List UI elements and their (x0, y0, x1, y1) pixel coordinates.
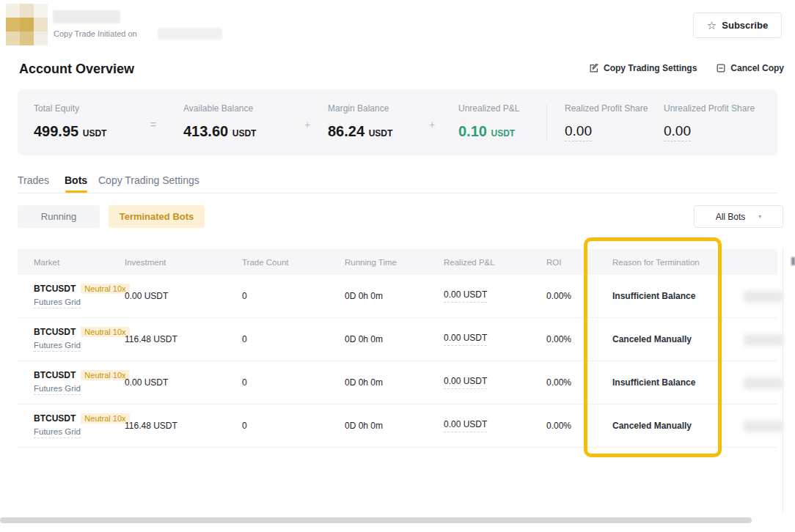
total-equity-value: 499.95 (34, 123, 78, 139)
market-cell: BTCUSDTNeutral 10x Futures Grid (34, 370, 125, 395)
unrealized-profit-share-value: 0.00 (664, 123, 691, 141)
bot-type-label: Futures Grid (34, 298, 81, 309)
realized-profit-share-value: 0.00 (565, 123, 592, 141)
market-cell: BTCUSDTNeutral 10x Futures Grid (34, 284, 125, 309)
realized-pnl-cell: 0.00 USDT (444, 333, 487, 346)
col-market: Market (34, 258, 125, 267)
star-icon: ☆ (707, 19, 717, 32)
row-action-redacted[interactable] (744, 421, 783, 432)
unrealized-profit-share-label: Unrealized Profit Share (664, 103, 755, 114)
termination-reason-cell: Canceled Manually (612, 334, 749, 344)
unrealized-pnl-value: 0.10 (458, 123, 487, 139)
table-row[interactable]: BTCUSDTNeutral 10x Futures Grid 116.48 U… (18, 318, 777, 361)
row-action-redacted[interactable] (744, 334, 783, 346)
trade-count-cell: 0 (242, 421, 345, 431)
equals-sign: = (150, 119, 156, 130)
investment-cell: 116.48 USDT (125, 421, 242, 431)
copy-trading-settings-label: Copy Trading Settings (604, 63, 697, 73)
realized-pnl-cell: 0.00 USDT (444, 289, 487, 303)
edit-icon (589, 63, 599, 73)
subscribe-button[interactable]: ☆ Subscribe (693, 12, 782, 38)
account-stats-bar: Total Equity 499.95 USDT = Available Bal… (18, 89, 777, 155)
investment-cell: 0.00 USDT (125, 377, 242, 388)
pair-label: BTCUSDT (34, 327, 76, 337)
leverage-badge: Neutral 10x (81, 284, 129, 294)
termination-reason-cell: Insufficient Balance (612, 377, 749, 388)
margin-balance-label: Margin Balance (328, 103, 389, 114)
pair-label: BTCUSDT (34, 284, 76, 294)
leverage-badge: Neutral 10x (81, 327, 129, 337)
horizontal-scrollbar[interactable] (0, 517, 752, 523)
col-running-time: Running Time (345, 258, 444, 267)
col-reason-for-termination: Reason for Termination (612, 258, 749, 267)
table-row[interactable]: BTCUSDTNeutral 10x Futures Grid 0.00 USD… (18, 361, 777, 404)
bot-filter-value: All Bots (716, 212, 746, 222)
available-balance-value: 413.60 (183, 123, 228, 139)
row-action-redacted[interactable] (744, 291, 783, 303)
unrealized-pnl-unit: USDT (491, 128, 516, 138)
bot-filter-dropdown[interactable]: All Bots ▾ (694, 205, 783, 228)
trader-avatar[interactable] (6, 4, 48, 45)
termination-reason-cell: Insufficient Balance (612, 291, 749, 301)
minus-square-icon (716, 63, 726, 73)
col-investment: Investment (125, 258, 242, 267)
total-equity-unit: USDT (83, 128, 107, 138)
tab-copy-trading-settings[interactable]: Copy Trading Settings (98, 174, 199, 186)
total-equity-label: Total Equity (34, 103, 79, 114)
tab-trades[interactable]: Trades (18, 174, 49, 186)
leverage-badge: Neutral 10x (81, 413, 129, 424)
margin-balance-unit: USDT (369, 128, 393, 138)
plus-sign: + (304, 119, 310, 130)
roi-cell: 0.00% (546, 291, 612, 301)
bot-type-label: Futures Grid (34, 341, 81, 352)
bot-type-label: Futures Grid (34, 427, 81, 438)
tabs-divider (18, 193, 777, 193)
investment-cell: 0.00 USDT (125, 291, 242, 301)
available-balance-unit: USDT (232, 128, 257, 138)
pinned-column-divider (783, 248, 783, 513)
copy-trading-page: Copy Trade Initiated on ☆ Subscribe Acco… (0, 0, 795, 532)
chevron-down-icon: ▾ (758, 213, 761, 220)
pair-label: BTCUSDT (34, 370, 76, 380)
trade-count-cell: 0 (242, 334, 345, 344)
table-header: Market Investment Trade Count Running Ti… (18, 249, 777, 275)
page-title: Account Overview (19, 62, 134, 77)
table-row[interactable]: BTCUSDTNeutral 10x Futures Grid 116.48 U… (18, 404, 777, 448)
roi-cell: 0.00% (546, 421, 612, 431)
stats-divider (546, 104, 547, 141)
filter-running-button[interactable]: Running (18, 205, 100, 228)
subscribe-label: Subscribe (722, 20, 768, 31)
pair-label: BTCUSDT (34, 413, 76, 424)
running-time-cell: 0D 0h 0m (345, 334, 444, 344)
row-action-redacted[interactable] (744, 377, 783, 389)
trade-count-cell: 0 (242, 291, 345, 301)
col-trade-count: Trade Count (242, 258, 345, 267)
realized-profit-share-label: Realized Profit Share (565, 103, 648, 114)
col-roi: ROI (546, 258, 612, 267)
margin-balance-value: 86.24 (328, 123, 364, 139)
investment-cell: 116.48 USDT (125, 334, 242, 344)
running-time-cell: 0D 0h 0m (345, 421, 444, 431)
tab-bots[interactable]: Bots (65, 174, 87, 186)
overview-actions: Copy Trading Settings Cancel Copy (589, 63, 784, 73)
clipped-column-header (791, 257, 795, 265)
realized-pnl-cell: 0.00 USDT (444, 419, 487, 432)
termination-reason-cell: Canceled Manually (612, 421, 749, 431)
col-realized-pnl: Realized P&L (444, 258, 546, 267)
cancel-copy-label: Cancel Copy (730, 63, 784, 73)
filter-terminated-bots-button[interactable]: Terminated Bots (109, 205, 205, 228)
market-cell: BTCUSDTNeutral 10x Futures Grid (34, 327, 125, 352)
trade-count-cell: 0 (242, 377, 345, 388)
roi-cell: 0.00% (546, 377, 612, 388)
table-row[interactable]: BTCUSDTNeutral 10x Futures Grid 0.00 USD… (18, 275, 777, 318)
cancel-copy-button[interactable]: Cancel Copy (716, 63, 784, 73)
trader-name-redacted (53, 10, 120, 23)
realized-pnl-cell: 0.00 USDT (444, 376, 487, 389)
copy-trading-settings-button[interactable]: Copy Trading Settings (589, 63, 697, 73)
unrealized-pnl-label: Unrealized P&L (458, 103, 519, 114)
running-time-cell: 0D 0h 0m (345, 291, 444, 301)
running-time-cell: 0D 0h 0m (345, 377, 444, 388)
market-cell: BTCUSDTNeutral 10x Futures Grid (34, 413, 125, 438)
roi-cell: 0.00% (546, 334, 612, 344)
available-balance-label: Available Balance (183, 103, 253, 114)
